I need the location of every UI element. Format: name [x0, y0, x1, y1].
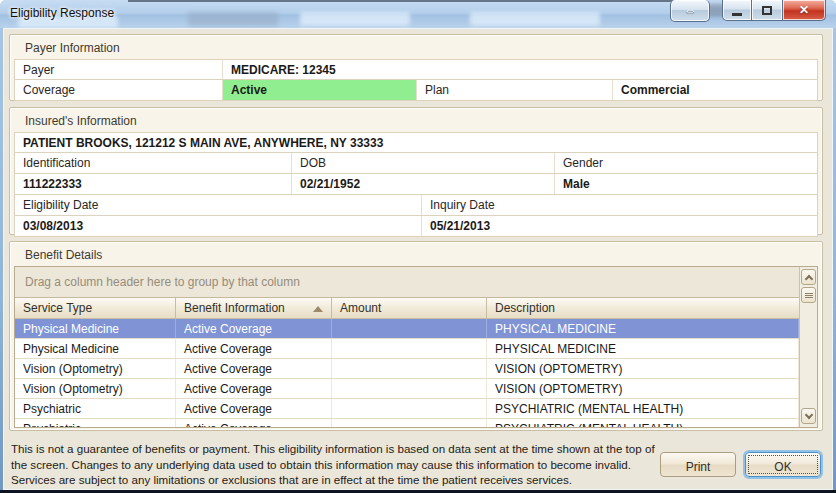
scroll-down-button[interactable]: [801, 408, 816, 424]
footer: This is not a guarantee of benefits or p…: [9, 437, 823, 488]
maximize-button[interactable]: [752, 0, 782, 21]
table-row[interactable]: Psychiatric Active Coverage PSYCHIATRIC …: [15, 399, 799, 419]
sort-ascending-icon: [313, 306, 323, 312]
date-labels-row: Eligibility Date Inquiry Date: [14, 195, 818, 216]
ok-button[interactable]: OK: [745, 452, 821, 477]
amount-cell: [332, 359, 487, 378]
service-type-cell: Physical Medicine: [15, 319, 176, 338]
grid-header-row: Service Type Benefit Information Amount …: [15, 298, 799, 319]
dialog-body: Payer Information Payer MEDICARE: 12345 …: [3, 28, 833, 490]
service-type-cell: Psychiatric: [15, 419, 176, 428]
chevron-down-icon: [804, 411, 812, 419]
benefit-information-cell: Active Coverage: [176, 339, 332, 358]
payer-information-group: Payer Information Payer MEDICARE: 12345 …: [9, 34, 823, 101]
service-type-cell: Physical Medicine: [15, 339, 176, 358]
amount-cell: [332, 399, 487, 418]
table-row[interactable]: Physical Medicine Active Coverage PHYSIC…: [15, 339, 799, 359]
payer-information-title: Payer Information: [14, 37, 818, 59]
table-row[interactable]: Psychiatric Active Coverage PSYCHIATRIC …: [15, 419, 799, 428]
benefit-details-title: Benefit Details: [14, 244, 818, 266]
insured-information-group: Insured's Information PATIENT BROOKS, 12…: [9, 107, 823, 235]
insured-information-title: Insured's Information: [14, 110, 818, 132]
amount-cell: [332, 339, 487, 358]
double-arrow-icon: ⇔: [684, 3, 697, 18]
coverage-status-badge: Active: [223, 80, 417, 100]
dob-value: 02/21/1952: [292, 174, 555, 194]
chevron-up-icon: [804, 274, 812, 282]
demographic-values-row: 111222333 02/21/1952 Male: [14, 174, 818, 195]
column-header-benefit-information[interactable]: Benefit Information: [176, 298, 332, 319]
table-row[interactable]: Physical Medicine Active Coverage PHYSIC…: [15, 319, 799, 339]
benefit-information-cell: Active Coverage: [176, 379, 332, 398]
benefit-details-group: Benefit Details Drag a column header her…: [9, 241, 823, 431]
minimize-button[interactable]: [722, 0, 752, 21]
inquiry-date-label: Inquiry Date: [422, 195, 817, 215]
description-cell: VISION (OPTOMETRY): [487, 359, 799, 378]
identification-label: Identification: [15, 153, 292, 173]
column-header-service-type[interactable]: Service Type: [15, 298, 176, 319]
date-values-row: 03/08/2013 05/21/2013: [14, 216, 818, 237]
patient-row: PATIENT BROOKS, 121212 S MAIN AVE, ANYWH…: [14, 132, 818, 153]
identification-value: 111222333: [15, 174, 292, 194]
benefit-information-cell: Active Coverage: [176, 319, 332, 338]
column-header-amount[interactable]: Amount: [332, 298, 487, 319]
window-title: Eligibility Response: [10, 6, 114, 20]
service-type-cell: Vision (Optometry): [15, 359, 176, 378]
close-icon: ✕: [799, 3, 809, 17]
amount-cell: [332, 379, 487, 398]
table-row[interactable]: Vision (Optometry) Active Coverage VISIO…: [15, 359, 799, 379]
description-cell: PHYSICAL MEDICINE: [487, 319, 799, 338]
patient-name-address: PATIENT BROOKS, 121212 S MAIN AVE, ANYWH…: [15, 133, 817, 152]
titlebar[interactable]: Eligibility Response ⇔ ✕: [0, 0, 836, 28]
eligibility-date-label: Eligibility Date: [15, 195, 422, 215]
eligibility-response-dialog: Eligibility Response ⇔ ✕ Payer Informati…: [0, 0, 836, 493]
plan-label: Plan: [417, 80, 613, 100]
eligibility-date-value: 03/08/2013: [15, 216, 422, 236]
background-ghost-shape: [470, 12, 600, 26]
print-button[interactable]: Print: [660, 452, 736, 477]
benefit-information-cell: Active Coverage: [176, 399, 332, 418]
group-by-panel[interactable]: Drag a column header here to group by th…: [15, 267, 799, 298]
scrollbar-thumb[interactable]: [801, 287, 816, 303]
benefit-information-cell: Active Coverage: [176, 419, 332, 428]
resize-arrows-button[interactable]: ⇔: [670, 0, 710, 22]
column-header-label: Benefit Information: [184, 301, 285, 315]
background-ghost-shape: [188, 12, 278, 26]
dob-label: DOB: [292, 153, 555, 173]
gender-label: Gender: [555, 153, 817, 173]
demographic-labels-row: Identification DOB Gender: [14, 153, 818, 174]
benefit-grid: Drag a column header here to group by th…: [14, 266, 818, 428]
grip-icon: [805, 293, 813, 298]
background-ghost-shape: [300, 12, 410, 26]
maximize-icon: [762, 6, 772, 15]
amount-cell: [332, 419, 487, 428]
scroll-up-button[interactable]: [801, 269, 816, 285]
coverage-label: Coverage: [15, 80, 223, 100]
gender-value: Male: [555, 174, 817, 194]
plan-value: Commercial: [613, 80, 817, 100]
payer-row: Payer MEDICARE: 12345: [14, 59, 818, 80]
description-cell: VISION (OPTOMETRY): [487, 379, 799, 398]
disclaimer-text: This is not a guarantee of benefits or p…: [11, 441, 659, 488]
grid-vertical-scrollbar[interactable]: [799, 267, 817, 427]
minimize-icon: [732, 13, 742, 16]
payer-label: Payer: [15, 60, 223, 79]
description-cell: PSYCHIATRIC (MENTAL HEALTH): [487, 419, 799, 428]
table-row[interactable]: Vision (Optometry) Active Coverage VISIO…: [15, 379, 799, 399]
service-type-cell: Psychiatric: [15, 399, 176, 418]
coverage-row: Coverage Active Plan Commercial: [14, 80, 818, 101]
payer-value: MEDICARE: 12345: [223, 60, 817, 79]
benefit-information-cell: Active Coverage: [176, 359, 332, 378]
inquiry-date-value: 05/21/2013: [422, 216, 817, 236]
description-cell: PSYCHIATRIC (MENTAL HEALTH): [487, 399, 799, 418]
column-header-description[interactable]: Description: [487, 298, 799, 319]
amount-cell: [332, 319, 487, 338]
close-button[interactable]: ✕: [782, 0, 826, 21]
description-cell: PHYSICAL MEDICINE: [487, 339, 799, 358]
grid-rows: Physical Medicine Active Coverage PHYSIC…: [15, 319, 799, 428]
service-type-cell: Vision (Optometry): [15, 379, 176, 398]
